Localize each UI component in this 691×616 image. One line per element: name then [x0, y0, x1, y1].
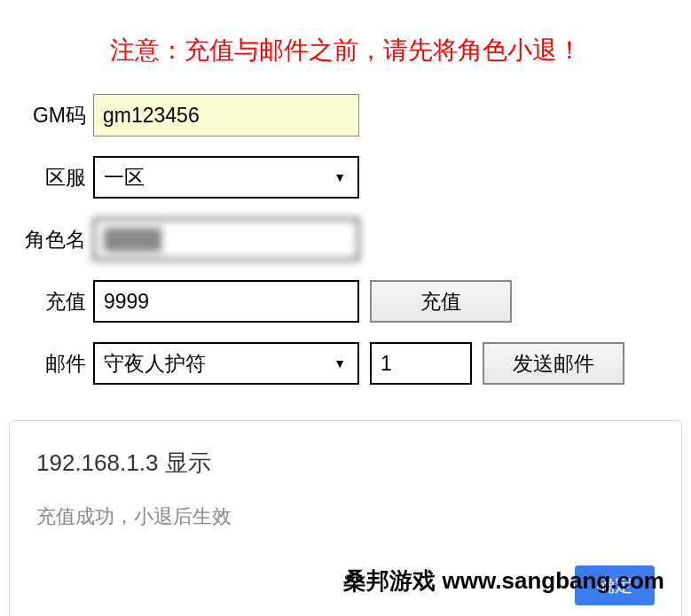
recharge-button[interactable]: 充值 — [370, 280, 512, 323]
mail-label: 邮件 — [18, 350, 93, 378]
dialog-title: 192.168.1.3 显示 — [36, 448, 655, 479]
mail-row: 邮件 守夜人护符 发送邮件 — [18, 342, 673, 385]
watermark-text: 桑邦游戏 www.sangbang.com — [343, 565, 664, 597]
server-row: 区服 一区 — [18, 156, 673, 199]
recharge-row: 充值 充值 — [18, 280, 673, 323]
mail-select-wrapper: 守夜人护符 — [93, 342, 359, 385]
role-row: 角色名 — [18, 218, 673, 261]
dialog-message: 充值成功，小退后生效 — [36, 503, 655, 530]
admin-form: GM码 区服 一区 角色名 充值 充值 邮件 守夜人护符 发送邮件 — [0, 94, 691, 385]
recharge-input[interactable] — [93, 280, 359, 323]
recharge-label: 充值 — [18, 288, 93, 316]
send-mail-button[interactable]: 发送邮件 — [483, 342, 624, 385]
warning-notice: 注意：充值与邮件之前，请先将角色小退！ — [0, 0, 691, 94]
role-label: 角色名 — [18, 226, 93, 253]
mail-item-select[interactable]: 守夜人护符 — [93, 342, 359, 385]
server-select-wrapper: 一区 — [93, 156, 359, 199]
server-select[interactable]: 一区 — [93, 156, 359, 199]
gm-code-row: GM码 — [18, 94, 673, 136]
gm-code-input[interactable] — [93, 94, 359, 136]
gm-code-label: GM码 — [18, 102, 93, 129]
mail-quantity-input[interactable] — [370, 342, 472, 385]
role-input[interactable] — [93, 218, 359, 261]
server-label: 区服 — [18, 164, 93, 191]
